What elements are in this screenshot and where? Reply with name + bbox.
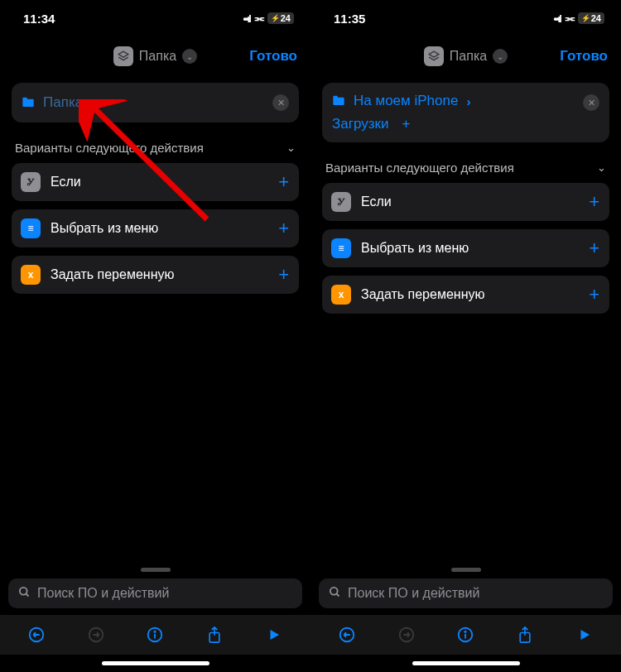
battery-indicator: 24 (267, 12, 294, 24)
breadcrumb-item[interactable]: На моем iPhone (354, 93, 458, 109)
action-item-menu[interactable]: ≡ Выбрать из меню + (322, 229, 609, 267)
action-label: Выбрать из меню (361, 241, 469, 256)
screen-right: 11:35 24 Папка ⌄ Готово На моем iPhone › (310, 0, 621, 672)
svg-point-14 (465, 631, 466, 632)
shortcut-title-text: Папка (450, 49, 487, 64)
search-input[interactable]: Поиск ПО и действий (319, 578, 613, 608)
undo-button[interactable] (330, 626, 363, 644)
play-button[interactable] (258, 627, 291, 642)
action-label: Если (361, 194, 392, 209)
branch-icon: Ỿ (21, 172, 41, 192)
suggested-action-list: Ỿ Если + ≡ Выбрать из меню + x Задать пе… (322, 183, 609, 314)
svg-point-0 (20, 588, 27, 595)
status-bar: 11:35 24 (310, 0, 621, 36)
bottom-panel: Поиск ПО и действий (310, 568, 621, 672)
section-title: Варианты следующего действия (15, 141, 204, 155)
folder-placeholder: Папка (43, 94, 83, 111)
search-placeholder: Поиск ПО и действий (37, 586, 169, 601)
action-item-if[interactable]: Ỿ Если + (12, 163, 299, 201)
svg-point-9 (330, 588, 338, 595)
status-indicators: 24 (243, 12, 294, 25)
folder-icon (22, 96, 35, 110)
svg-line-10 (336, 593, 339, 596)
folder-icon (332, 94, 345, 108)
drag-handle[interactable] (141, 568, 171, 572)
add-icon[interactable]: + (278, 264, 289, 286)
svg-line-1 (26, 593, 28, 596)
shortcut-icon (113, 46, 133, 66)
done-button[interactable]: Готово (560, 48, 608, 65)
share-button[interactable] (508, 626, 542, 644)
shortcut-icon (424, 46, 444, 66)
nav-bar: Папка ⌄ Готово (310, 36, 621, 76)
clear-icon[interactable]: ✕ (272, 94, 289, 111)
toolbar (310, 615, 621, 655)
svg-point-5 (155, 631, 156, 632)
status-time: 11:34 (23, 12, 55, 26)
suggested-action-list: Ỿ Если + ≡ Выбрать из меню + x Задать пе… (12, 163, 299, 294)
folder-action-card[interactable]: Папка ✕ (12, 83, 299, 122)
menu-icon: ≡ (21, 218, 41, 238)
redo-button[interactable] (390, 626, 423, 644)
chevron-down-icon: ⌄ (597, 161, 606, 174)
folder-action-card[interactable]: На моем iPhone › Загрузки + ✕ (322, 83, 609, 142)
add-icon[interactable]: + (589, 191, 599, 213)
add-icon[interactable]: + (278, 218, 289, 239)
share-button[interactable] (198, 626, 231, 644)
action-label: Задать переменную (361, 287, 484, 302)
action-item-menu[interactable]: ≡ Выбрать из меню + (12, 209, 299, 247)
variable-icon: x (21, 265, 41, 285)
section-header[interactable]: Варианты следующего действия ⌄ (322, 142, 609, 183)
section-header[interactable]: Варианты следующего действия ⌄ (12, 122, 299, 163)
search-placeholder: Поиск ПО и действий (348, 586, 479, 601)
chevron-down-icon: ⌄ (182, 49, 197, 64)
add-icon[interactable]: + (589, 284, 599, 305)
undo-button[interactable] (20, 626, 53, 644)
play-button[interactable] (568, 627, 601, 642)
nav-bar: Папка ⌄ Готово (0, 36, 310, 76)
search-icon (18, 586, 31, 601)
search-icon (329, 586, 341, 601)
toolbar (0, 615, 310, 655)
action-item-if[interactable]: Ỿ Если + (322, 183, 609, 221)
add-icon[interactable]: + (278, 171, 289, 193)
drag-handle[interactable] (451, 568, 481, 572)
clear-icon[interactable]: ✕ (583, 94, 599, 111)
status-indicators: 24 (553, 12, 604, 25)
menu-icon: ≡ (331, 238, 351, 258)
redo-button[interactable] (79, 626, 113, 644)
hotspot-icon (253, 12, 264, 25)
variable-icon: x (331, 285, 351, 305)
status-time: 11:35 (334, 12, 365, 26)
chevron-down-icon: ⌄ (493, 49, 508, 64)
action-label: Если (51, 175, 81, 190)
chevron-down-icon: ⌄ (286, 142, 296, 154)
section-title: Варианты следующего действия (325, 161, 514, 175)
chevron-right-icon: › (466, 94, 470, 108)
branch-icon: Ỿ (331, 192, 351, 212)
info-button[interactable] (449, 626, 482, 644)
add-icon[interactable]: + (589, 238, 599, 259)
battery-indicator: 24 (578, 12, 604, 24)
bottom-panel: Поиск ПО и действий (0, 568, 310, 672)
done-button[interactable]: Готово (249, 48, 297, 65)
signal-icon (553, 12, 560, 25)
action-item-variable[interactable]: x Задать переменную + (322, 276, 609, 314)
breadcrumb-item[interactable]: Загрузки (332, 116, 388, 132)
shortcut-title[interactable]: Папка ⌄ (424, 46, 508, 66)
action-label: Задать переменную (51, 267, 174, 282)
signal-icon (243, 12, 249, 25)
status-bar: 11:34 24 (0, 0, 310, 36)
action-label: Выбрать из меню (51, 221, 158, 236)
action-item-variable[interactable]: x Задать переменную + (12, 256, 299, 294)
info-button[interactable] (138, 626, 171, 644)
hotspot-icon (564, 12, 575, 25)
home-indicator[interactable] (412, 661, 520, 665)
shortcut-title-text: Папка (139, 49, 176, 64)
search-input[interactable]: Поиск ПО и действий (8, 578, 302, 608)
shortcut-title[interactable]: Папка ⌄ (113, 46, 197, 66)
add-path-icon[interactable]: + (402, 116, 410, 132)
screen-left: 11:34 24 Папка ⌄ Готово Папка ✕ Варианты… (0, 0, 310, 672)
home-indicator[interactable] (102, 661, 209, 665)
